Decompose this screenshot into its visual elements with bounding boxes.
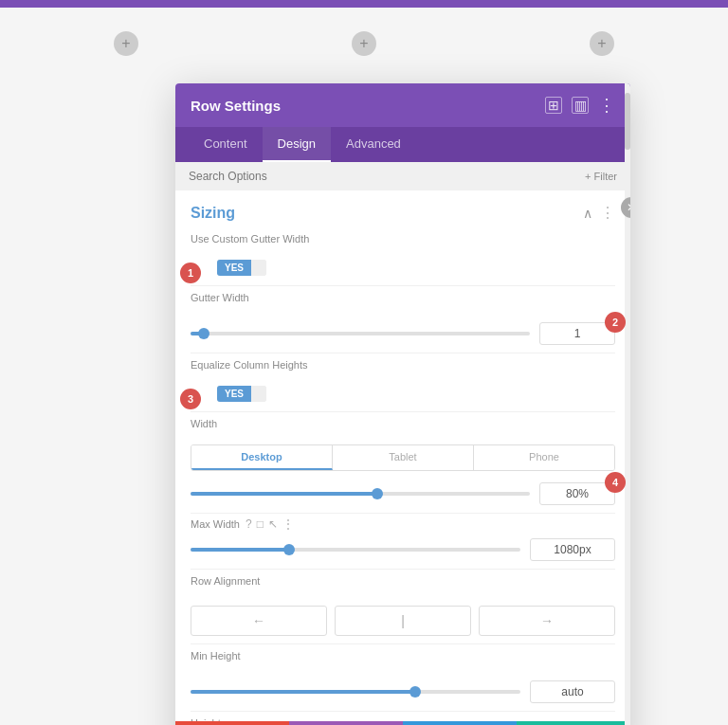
min-height-label: Min Height — [191, 650, 615, 662]
align-center-button[interactable]: | — [335, 606, 471, 636]
badge-2: 2 — [605, 312, 626, 333]
equalize-toggle-yes[interactable]: YES — [217, 386, 251, 402]
badge-3: 3 — [180, 389, 201, 409]
width-label: Width — [191, 418, 615, 429]
max-width-thumb[interactable] — [283, 544, 295, 555]
max-width-track[interactable] — [191, 548, 520, 552]
width-input-wrapper: 4 — [539, 482, 615, 505]
reset-button[interactable]: ↺ — [289, 721, 403, 725]
max-width-slider-row — [175, 535, 630, 569]
row-settings-modal: Row Settings ⊞ ▥ ⋮ Content Design Advanc… — [175, 83, 630, 725]
more-options-icon[interactable]: ⋮ — [598, 97, 615, 114]
use-custom-gutter-field: Use Custom Gutter Width — [175, 227, 630, 260]
width-fill — [191, 492, 377, 496]
equalize-toggle-no[interactable] — [251, 386, 266, 402]
toggle-no[interactable] — [251, 260, 266, 276]
modal-body: Sizing ∧ ⋮ Use Custom Gutter Width 1 YES — [175, 190, 630, 721]
min-height-fill — [191, 690, 415, 694]
min-height-field: Min Height — [175, 644, 630, 677]
scrollbar[interactable] — [625, 83, 630, 725]
min-height-input[interactable] — [530, 680, 615, 703]
redo-button[interactable]: ↻ — [403, 721, 517, 725]
tab-advanced[interactable]: Advanced — [331, 127, 416, 162]
tab-design[interactable]: Design — [263, 127, 331, 162]
max-width-input[interactable] — [530, 538, 615, 561]
max-width-arrow-icon[interactable]: ↖ — [268, 517, 278, 531]
cancel-button[interactable]: ✕ — [175, 721, 289, 725]
modal-header: Row Settings ⊞ ▥ ⋮ — [175, 83, 630, 127]
scrollbar-thumb[interactable] — [625, 93, 630, 150]
max-width-icons: ? □ ↖ ⋮ — [246, 517, 294, 531]
split-icon[interactable]: ▥ — [572, 97, 589, 114]
max-width-copy-icon[interactable]: □ — [257, 517, 264, 531]
width-field: Width — [175, 412, 630, 444]
add-btn-right[interactable]: + — [590, 31, 614, 56]
min-height-thumb[interactable] — [410, 686, 421, 698]
section-dots-icon[interactable]: ⋮ — [600, 204, 615, 222]
min-height-track[interactable] — [191, 690, 520, 694]
sizing-title: Sizing — [191, 205, 235, 222]
gutter-width-field: Gutter Width — [175, 286, 630, 318]
max-width-label: Max Width — [191, 518, 240, 530]
add-buttons-row: + + + — [0, 31, 728, 56]
gutter-width-slider-row: 2 — [175, 318, 630, 353]
top-bar — [0, 0, 728, 8]
equalize-col-toggle-row: 3 YES — [175, 386, 630, 411]
tab-phone[interactable]: Phone — [474, 445, 614, 470]
modal-footer: ✕ ↺ ↻ ✓ — [175, 721, 630, 725]
section-collapse-icon[interactable]: ∧ — [583, 206, 592, 221]
badge-4: 4 — [605, 472, 626, 493]
modal-header-icons: ⊞ ▥ ⋮ — [545, 97, 615, 114]
add-btn-left[interactable]: + — [114, 31, 138, 56]
gutter-thumb[interactable] — [198, 328, 209, 339]
grid-icon[interactable]: ⊞ — [545, 97, 562, 114]
gutter-input-wrapper: 2 — [539, 322, 615, 345]
filter-button[interactable]: + Filter — [585, 171, 617, 182]
max-width-help-icon[interactable]: ? — [246, 517, 252, 531]
use-custom-gutter-toggle-row: 1 YES — [175, 260, 630, 285]
equalize-col-field: Equalize Column Heights — [175, 353, 630, 386]
search-input[interactable] — [189, 170, 585, 183]
equalize-toggle[interactable]: YES — [217, 386, 266, 402]
save-button[interactable]: ✓ — [517, 721, 630, 725]
gutter-width-input[interactable] — [539, 322, 615, 345]
modal-tabs: Content Design Advanced — [175, 127, 630, 162]
modal-title: Row Settings — [191, 98, 281, 114]
toggle-yes[interactable]: YES — [217, 260, 251, 276]
min-height-slider-row — [175, 677, 630, 711]
gutter-width-label: Gutter Width — [191, 292, 615, 303]
tab-content[interactable]: Content — [189, 127, 263, 162]
badge-1: 1 — [180, 263, 201, 283]
tab-tablet[interactable]: Tablet — [333, 445, 474, 470]
height-field: Height — [175, 712, 630, 721]
sizing-section-header: Sizing ∧ ⋮ — [175, 190, 630, 227]
tab-desktop[interactable]: Desktop — [191, 445, 333, 470]
row-alignment-label: Row Alignment — [191, 575, 615, 587]
use-custom-gutter-label: Use Custom Gutter Width — [191, 233, 615, 245]
width-track[interactable] — [191, 492, 530, 496]
width-input[interactable] — [539, 482, 615, 505]
custom-gutter-toggle[interactable]: YES — [217, 260, 266, 276]
search-bar: + Filter — [175, 162, 630, 190]
width-thumb[interactable] — [372, 488, 383, 499]
canvas-area: + + + Row Settings ⊞ ▥ ⋮ Content Design … — [0, 8, 728, 725]
device-tabs: Desktop Tablet Phone — [191, 444, 615, 471]
gutter-width-track[interactable] — [191, 332, 530, 335]
equalize-col-label: Equalize Column Heights — [191, 359, 615, 371]
max-width-more-icon[interactable]: ⋮ — [282, 517, 294, 531]
align-right-button[interactable]: → — [479, 606, 615, 636]
row-alignment-field: Row Alignment — [175, 570, 630, 602]
align-left-button[interactable]: ← — [191, 606, 327, 636]
section-controls: ∧ ⋮ — [583, 204, 615, 222]
width-slider-row: 4 — [175, 479, 630, 513]
max-width-fill — [191, 548, 289, 552]
add-btn-center[interactable]: + — [352, 31, 376, 56]
alignment-row: ← | → — [175, 602, 630, 643]
max-width-label-row: Max Width ? □ ↖ ⋮ — [175, 514, 630, 535]
